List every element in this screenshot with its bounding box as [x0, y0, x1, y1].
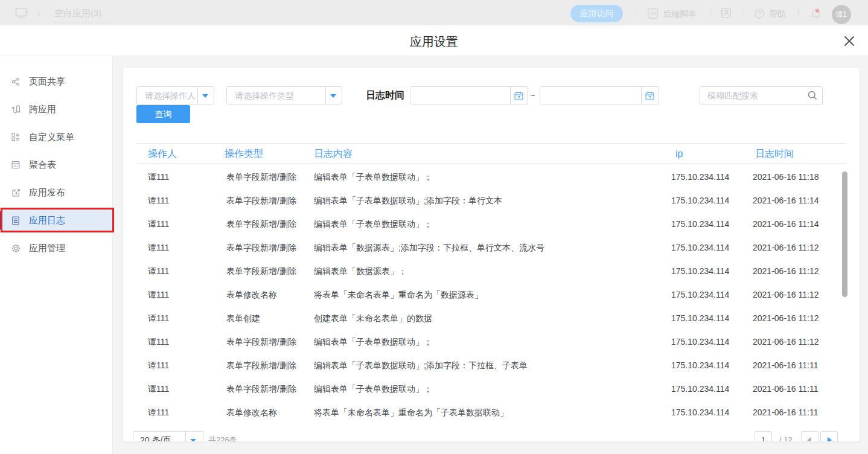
svg-text:?: ?	[758, 11, 761, 18]
